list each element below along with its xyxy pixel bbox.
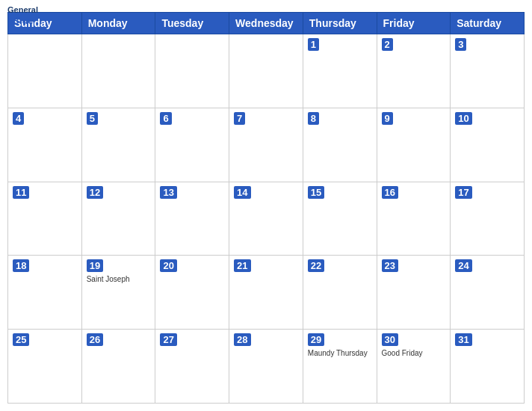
day-number: 28 — [234, 333, 250, 346]
calendar-cell: 18 — [8, 256, 82, 330]
calendar-week-4: 1819Saint Joseph2021222324 — [8, 256, 525, 330]
calendar-cell: 26 — [81, 330, 155, 404]
calendar-cell: 8 — [303, 108, 377, 182]
calendar-cell: 27 — [155, 330, 229, 404]
holiday-name: Maundy Thursday — [308, 349, 372, 357]
weekday-header-monday: Monday — [81, 13, 155, 34]
day-number: 11 — [13, 186, 29, 199]
calendar-week-1: 123 — [8, 34, 525, 108]
day-number: 9 — [382, 112, 393, 125]
day-number: 21 — [234, 259, 250, 272]
weekday-header-wednesday: Wednesday — [229, 13, 303, 34]
weekday-header-tuesday: Tuesday — [155, 13, 229, 34]
day-number: 20 — [160, 259, 176, 272]
calendar-cell: 15 — [303, 182, 377, 256]
calendar-cell: 7 — [229, 108, 303, 182]
day-number: 8 — [308, 112, 319, 125]
calendar-cell: 21 — [229, 256, 303, 330]
day-number: 2 — [382, 38, 393, 51]
day-number: 30 — [382, 333, 398, 346]
calendar-cell: 12 — [81, 182, 155, 256]
calendar-cell: 9 — [377, 108, 451, 182]
logo: General Blue — [7, 0, 38, 27]
day-number: 7 — [234, 112, 245, 125]
calendar-cell — [8, 34, 82, 108]
weekday-header-thursday: Thursday — [303, 13, 377, 34]
calendar-cell: 25 — [8, 330, 82, 404]
day-number: 17 — [455, 186, 471, 199]
day-number: 12 — [87, 186, 103, 199]
day-number: 29 — [308, 333, 324, 346]
day-number: 27 — [160, 333, 176, 346]
calendar-week-2: 45678910 — [8, 108, 525, 182]
calendar-cell: 14 — [229, 182, 303, 256]
day-number: 6 — [160, 112, 171, 125]
calendar-cell — [155, 34, 229, 108]
calendar-week-5: 2526272829Maundy Thursday30Good Friday31 — [8, 330, 525, 404]
day-number: 25 — [13, 333, 29, 346]
logo-blue-text: Blue — [12, 15, 33, 27]
calendar-cell: 22 — [303, 256, 377, 330]
day-number: 19 — [87, 259, 103, 272]
calendar-cell: 24 — [451, 256, 525, 330]
day-number: 18 — [13, 259, 29, 272]
calendar-cell: 11 — [8, 182, 82, 256]
calendar-cell: 20 — [155, 256, 229, 330]
calendar-cell: 28 — [229, 330, 303, 404]
day-number: 26 — [87, 333, 103, 346]
day-number: 15 — [308, 186, 324, 199]
calendar-cell: 16 — [377, 182, 451, 256]
day-number: 23 — [382, 259, 398, 272]
calendar-cell: 4 — [8, 108, 82, 182]
holiday-name: Saint Joseph — [87, 275, 151, 283]
day-number: 4 — [13, 112, 24, 125]
day-number: 5 — [87, 112, 98, 125]
logo-general-text: General — [7, 5, 38, 15]
day-number: 1 — [308, 38, 319, 51]
calendar-cell — [229, 34, 303, 108]
calendar-cell: 13 — [155, 182, 229, 256]
calendar-cell: 17 — [451, 182, 525, 256]
calendar-cell: 6 — [155, 108, 229, 182]
calendar-cell — [81, 34, 155, 108]
calendar-cell: 5 — [81, 108, 155, 182]
calendar-table: SundayMondayTuesdayWednesdayThursdayFrid… — [7, 12, 525, 404]
day-number: 24 — [455, 259, 471, 272]
weekday-header-saturday: Saturday — [451, 13, 525, 34]
day-number: 31 — [455, 333, 471, 346]
weekday-header-row: SundayMondayTuesdayWednesdayThursdayFrid… — [8, 13, 525, 34]
calendar-cell: 31 — [451, 330, 525, 404]
calendar-week-3: 11121314151617 — [8, 182, 525, 256]
calendar-cell: 2 — [377, 34, 451, 108]
weekday-header-friday: Friday — [377, 13, 451, 34]
day-number: 13 — [160, 186, 176, 199]
calendar-cell: 10 — [451, 108, 525, 182]
calendar-cell: 29Maundy Thursday — [303, 330, 377, 404]
day-number: 3 — [455, 38, 466, 51]
calendar-cell: 3 — [451, 34, 525, 108]
calendar-cell: 30Good Friday — [377, 330, 451, 404]
day-number: 14 — [234, 186, 250, 199]
calendar-cell: 19Saint Joseph — [81, 256, 155, 330]
day-number: 22 — [308, 259, 324, 272]
day-number: 10 — [455, 112, 471, 125]
calendar-cell: 1 — [303, 34, 377, 108]
day-number: 16 — [382, 186, 398, 199]
holiday-name: Good Friday — [382, 349, 446, 357]
calendar-cell: 23 — [377, 256, 451, 330]
